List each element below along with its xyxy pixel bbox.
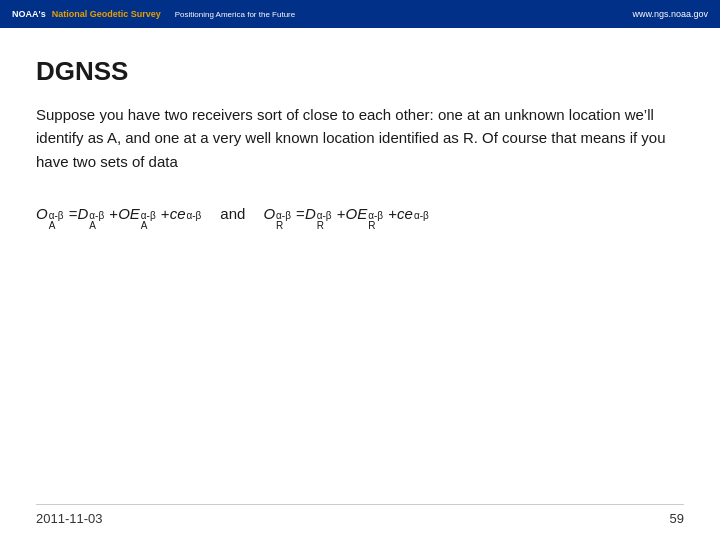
eq2-plus2: + [384,205,397,222]
footer-date: 2011-11-03 [36,511,103,526]
main-content: DGNSS Suppose you have two receivers sor… [0,28,720,291]
equation-and: and [220,205,245,222]
header-url: www.ngs.noaa.gov [632,9,708,19]
eq2-equals: = [292,205,305,222]
eq2-lhs-stacked: α-β R [276,211,291,231]
header-left: NOAA's National Geodetic Survey Position… [12,9,295,19]
equations-row: O α-β A = D α-β A + OE α-β A + ce α-β an… [36,205,684,231]
eq1-lhs-stacked: α-β A [49,211,64,231]
noaa-label: NOAA's [12,9,46,19]
slide-description: Suppose you have two receivers sort of c… [36,103,684,173]
slide-title: DGNSS [36,56,684,87]
tagline: Positioning America for the Future [175,10,296,19]
eq1-plus2: + [157,205,170,222]
header-bar: NOAA's National Geodetic Survey Position… [0,0,720,28]
slide-footer: 2011-11-03 59 [36,504,684,526]
footer-page: 59 [670,511,684,526]
eq1-equals: = [65,205,78,222]
eq2-lhs-var: O [263,205,275,222]
eq2-plus1: + [333,205,346,222]
eq1-lhs-var: O [36,205,48,222]
equation-1: O α-β A = D α-β A + OE α-β A + ce α-β [36,205,202,231]
ngs-label: National Geodetic Survey [52,9,161,19]
eq1-plus1: + [105,205,118,222]
equation-2: O α-β R = D α-β R + OE α-β R + ce α-β [263,205,429,231]
